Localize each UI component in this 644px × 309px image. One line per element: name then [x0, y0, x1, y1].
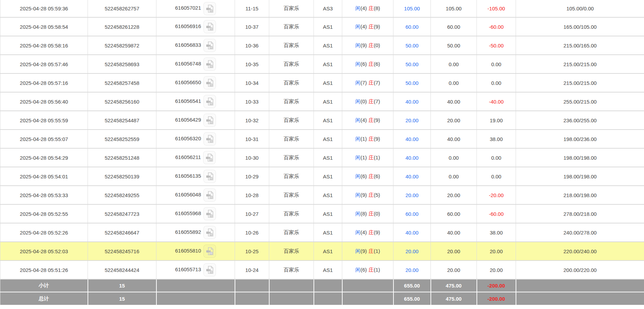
bet-amount-link[interactable]: 20.00 — [406, 248, 419, 254]
bet-record-row[interactable]: 2025-04-28 05:55:59 522458254487 6160564… — [0, 111, 644, 130]
cell-table-id: AS1 — [314, 130, 342, 148]
cell-valid-amount: 0.00 — [431, 167, 477, 186]
banker-label: 庄 — [369, 61, 374, 67]
video-replay-icon[interactable] — [203, 76, 216, 89]
subtotal-empty-cell — [269, 279, 314, 292]
cell-valid-amount: 40.00 — [431, 223, 477, 242]
bet-record-row[interactable]: 2025-04-28 05:57:46 522458258693 6160567… — [0, 55, 644, 73]
cell-result: 闲(7)庄(7) — [342, 73, 393, 92]
round-id-text: 616057021 — [175, 5, 201, 11]
cell-round-id: 616055892 — [156, 223, 235, 242]
banker-points: (8) — [374, 5, 380, 11]
bet-amount-link[interactable]: 60.00 — [406, 211, 419, 217]
banker-label: 庄 — [369, 117, 374, 123]
bet-record-row[interactable]: 2025-04-28 05:57:16 522458257458 6160566… — [0, 73, 644, 92]
banker-label: 庄 — [369, 136, 374, 142]
cell-round-id: 616056320 — [156, 130, 235, 148]
cell-result: 闲(4)庄(9) — [342, 223, 393, 242]
player-points: (0) — [361, 98, 367, 104]
video-replay-icon[interactable] — [203, 170, 216, 183]
bet-record-row[interactable]: 2025-04-28 05:54:01 522458250139 6160561… — [0, 167, 644, 186]
bet-record-row[interactable]: 2025-04-28 05:53:33 522458249255 6160560… — [0, 186, 644, 204]
bet-record-row[interactable]: 2025-04-28 05:55:07 522458252559 6160563… — [0, 130, 644, 148]
bet-record-row[interactable]: 2025-04-28 05:58:54 522458261228 6160569… — [0, 17, 644, 36]
cell-balance: 220.00/240.00 — [516, 242, 644, 261]
cell-shoe-round: 10-34 — [235, 73, 269, 92]
bet-record-row[interactable]: 2025-04-28 05:56:40 522458256160 6160565… — [0, 92, 644, 111]
cell-shoe-round: 10-26 — [235, 223, 269, 242]
cell-balance: 236.00/255.00 — [516, 111, 644, 130]
banker-label: 庄 — [369, 24, 374, 29]
cell-win-loss: -40.00 — [477, 92, 516, 111]
round-id-text: 616056211 — [175, 154, 201, 160]
cell-balance: 105.00/0.00 — [516, 0, 644, 17]
bet-amount-link[interactable]: 50.00 — [406, 80, 419, 86]
bet-record-row[interactable]: 2025-04-28 05:52:55 522458247723 6160559… — [0, 204, 644, 223]
cell-win-loss: -60.00 — [477, 17, 516, 36]
bet-amount-link[interactable]: 40.00 — [406, 230, 419, 236]
cell-game-type: 百家乐 — [269, 17, 314, 36]
video-replay-icon[interactable] — [203, 245, 216, 258]
banker-label: 庄 — [369, 173, 374, 179]
video-replay-icon[interactable] — [203, 263, 216, 276]
video-replay-icon[interactable] — [203, 2, 216, 15]
cell-bet-time: 2025-04-28 05:58:16 — [0, 36, 88, 55]
cell-bet-id: 522458251248 — [88, 148, 156, 167]
banker-points: (7) — [374, 98, 380, 104]
cell-valid-amount: 20.00 — [431, 242, 477, 261]
bet-amount-link[interactable]: 40.00 — [406, 155, 419, 161]
bet-amount-link[interactable]: 20.00 — [406, 267, 419, 273]
bet-record-row[interactable]: 2025-04-28 05:52:26 522458246647 6160558… — [0, 223, 644, 242]
total-empty-cell — [342, 292, 393, 305]
bet-amount-link[interactable]: 20.00 — [406, 192, 419, 198]
cell-shoe-round: 11-15 — [235, 0, 269, 17]
banker-label: 庄 — [369, 211, 374, 217]
bet-amount-link[interactable]: 40.00 — [406, 174, 419, 179]
bet-amount-link[interactable]: 60.00 — [406, 24, 419, 30]
player-label: 闲 — [355, 192, 361, 198]
cell-bet-time: 2025-04-28 05:55:07 — [0, 130, 88, 148]
bet-record-row[interactable]: 2025-04-28 05:52:03 522458245716 6160558… — [0, 242, 644, 261]
video-replay-icon[interactable] — [203, 188, 216, 202]
player-label: 闲 — [355, 267, 361, 273]
video-replay-icon[interactable] — [203, 207, 216, 220]
banker-points: (9) — [374, 24, 380, 29]
video-replay-icon[interactable] — [203, 95, 216, 108]
video-replay-icon[interactable] — [203, 39, 216, 52]
bet-record-row[interactable]: 2025-04-28 05:58:16 522458259872 6160568… — [0, 36, 644, 55]
cell-round-id: 616056916 — [156, 17, 235, 36]
cell-win-loss: 38.00 — [477, 130, 516, 148]
bet-record-row[interactable]: 2025-04-28 05:51:26 522458244424 6160557… — [0, 261, 644, 279]
bet-amount-link[interactable]: 20.00 — [406, 117, 419, 123]
total-empty-cell — [235, 292, 269, 305]
bet-history-panel: 2025-04-28 05:59:36 522458262757 6160570… — [0, 0, 644, 305]
cell-round-id: 616056135 — [156, 167, 235, 186]
cell-win-loss: -50.00 — [477, 36, 516, 55]
bet-amount-link[interactable]: 40.00 — [406, 99, 419, 105]
cell-game-type: 百家乐 — [269, 0, 314, 17]
bet-amount-link[interactable]: 50.00 — [406, 43, 419, 48]
round-id-text: 616056541 — [175, 98, 201, 104]
cell-bet-amount: 50.00 — [393, 73, 431, 92]
cell-bet-id: 522458249255 — [88, 186, 156, 204]
cell-win-loss: 38.00 — [477, 223, 516, 242]
video-replay-icon[interactable] — [203, 20, 216, 33]
video-replay-icon[interactable] — [203, 226, 216, 239]
video-replay-icon[interactable] — [203, 132, 216, 145]
cell-win-loss: -60.00 — [477, 204, 516, 223]
bet-record-row[interactable]: 2025-04-28 05:59:36 522458262757 6160570… — [0, 0, 644, 17]
video-replay-icon[interactable] — [203, 114, 216, 127]
subtotal-valid-amount: 475.00 — [431, 279, 477, 292]
video-replay-icon[interactable] — [203, 151, 216, 164]
cell-game-type: 百家乐 — [269, 261, 314, 279]
player-label: 闲 — [355, 173, 361, 179]
bet-amount-link[interactable]: 105.00 — [404, 6, 420, 11]
bet-amount-link[interactable]: 50.00 — [406, 61, 419, 67]
cell-win-loss: 0.00 — [477, 148, 516, 167]
bet-amount-link[interactable]: 40.00 — [406, 136, 419, 142]
cell-balance: 240.00/278.00 — [516, 223, 644, 242]
banker-points: (9) — [374, 229, 380, 235]
video-replay-icon[interactable] — [203, 58, 216, 71]
bet-record-row[interactable]: 2025-04-28 05:54:29 522458251248 6160562… — [0, 148, 644, 167]
cell-result: 闲(4)庄(9) — [342, 17, 393, 36]
